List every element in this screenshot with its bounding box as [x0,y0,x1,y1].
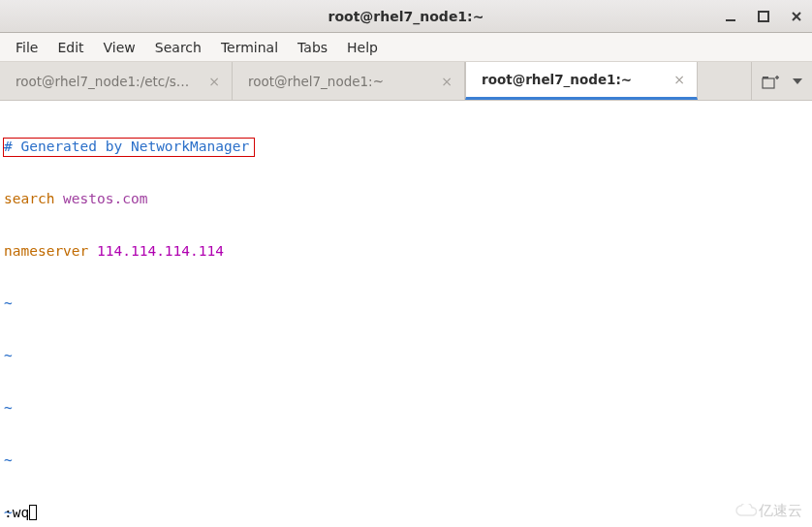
vim-empty-line: ~ [4,294,808,312]
svg-marker-8 [793,78,802,84]
close-button[interactable] [789,9,804,24]
vim-keyword-nameserver: nameserver [4,243,97,259]
menu-help[interactable]: Help [337,36,388,59]
editor-line-2: search westos.com [4,190,808,207]
vim-empty-line: ~ [4,451,808,469]
menubar: File Edit View Search Terminal Tabs Help [0,33,812,62]
svg-rect-4 [763,78,774,88]
cursor-icon [29,505,37,520]
tab-menu-dropdown[interactable] [793,78,802,84]
vim-value-domain: westos.com [54,191,147,206]
vim-keyword-search: search [4,191,54,206]
menu-terminal[interactable]: Terminal [211,36,288,59]
editor-line-1: # Generated by NetworkManager [4,138,808,155]
tab-label: root@rhel7_node1:~ [476,72,671,87]
tab-close-icon[interactable]: × [439,74,454,89]
tab-close-icon[interactable]: × [206,74,222,89]
vim-empty-line: ~ [4,504,808,521]
vim-command-text: :wq [4,504,29,521]
menu-search[interactable]: Search [145,36,211,59]
tab-1[interactable]: root@rhel7_node1:/etc/s… × [0,62,233,100]
tabbar-actions [751,62,812,100]
tab-3[interactable]: root@rhel7_node1:~ × [465,62,698,100]
tab-label: root@rhel7_node1:/etc/s… [10,74,206,89]
menu-tabs[interactable]: Tabs [288,36,337,59]
svg-rect-1 [759,12,768,21]
editor-line-3: nameserver 114.114.114.114 [4,242,808,260]
window-controls [723,9,812,24]
tab-2[interactable]: root@rhel7_node1:~ × [233,62,465,100]
menu-file[interactable]: File [6,36,47,59]
window-titlebar: root@rhel7_node1:~ [0,0,812,33]
minimize-button[interactable] [723,9,738,24]
vim-comment: # Generated by NetworkManager [4,139,249,154]
menu-view[interactable]: View [94,36,145,59]
new-tab-button[interactable] [762,74,779,89]
svg-rect-0 [726,19,735,21]
menu-edit[interactable]: Edit [47,36,93,59]
tab-close-icon[interactable]: × [671,72,687,87]
tab-label: root@rhel7_node1:~ [242,74,439,89]
vim-command-line[interactable]: :wq [4,504,37,521]
vim-empty-line: ~ [4,347,808,364]
window-title: root@rhel7_node1:~ [0,9,812,24]
svg-rect-5 [763,77,768,78]
vim-empty-line: ~ [4,399,808,417]
maximize-button[interactable] [756,9,771,24]
vim-value-ip: 114.114.114.114 [97,243,224,259]
terminal-viewport[interactable]: # Generated by NetworkManager search wes… [0,101,812,527]
tabbar: root@rhel7_node1:/etc/s… × root@rhel7_no… [0,62,812,101]
